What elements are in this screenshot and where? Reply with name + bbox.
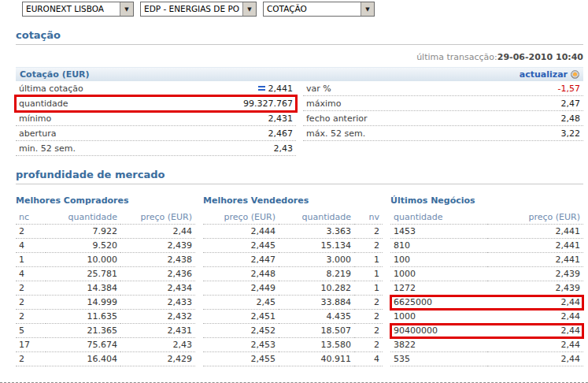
market-select-value: EURONEXT LISBOA — [23, 2, 120, 16]
table-cell: 2,44 — [487, 324, 584, 338]
table-cell: 2 — [354, 296, 383, 310]
quote-field-label: abertura — [19, 128, 57, 139]
table-row: 66250002,44 — [390, 296, 583, 310]
sellers-table-title: Melhores Vendedores — [203, 195, 383, 206]
table-row: 1002,441 — [390, 253, 583, 267]
quote-field-value: 99.327.767 — [243, 99, 293, 109]
quote-fields-left: última cotação2,441quantidade99.327.767m… — [16, 81, 296, 156]
table-cell: 4 — [354, 352, 383, 366]
table-cell: 2 — [16, 281, 46, 296]
refresh-area: actualizar — [520, 69, 579, 80]
quote-field-row: máximo2,47 — [303, 96, 583, 111]
table-row: 2,4533.8842 — [203, 296, 383, 310]
table-cell: 2,455 — [203, 352, 279, 366]
quote-field-row: var %-1,57 — [303, 81, 583, 96]
table-cell: 2,439 — [120, 239, 195, 253]
table-cell: 2,439 — [487, 267, 584, 281]
selector-toolbar: EURONEXT LISBOA ▼ EDP - ENERGIAS DE PO ▼… — [0, 0, 588, 17]
table-row: 425.7812,436 — [16, 267, 195, 281]
dropdown-arrow-icon[interactable]: ▼ — [361, 2, 374, 16]
column-header: quantidade — [279, 210, 354, 225]
table-cell: 2,436 — [120, 267, 195, 281]
column-header: nc — [16, 210, 46, 225]
quote-field-value: 2,431 — [268, 113, 294, 124]
refresh-icon[interactable] — [571, 70, 579, 79]
table-row: 214.3842,434 — [16, 281, 195, 296]
quote-field-row: última cotação2,441 — [16, 81, 296, 96]
table-cell: 2,44 — [487, 310, 584, 324]
table-cell: 11.635 — [46, 310, 120, 324]
table-cell: 10.282 — [279, 281, 354, 296]
table-row: 2,4514.4352 — [203, 310, 383, 324]
quote-field-label: min. 52 sem. — [19, 143, 76, 154]
quote-field-row: mínimo2,431 — [16, 111, 296, 126]
table-cell: 535 — [390, 352, 487, 366]
quote-field-value: 3,22 — [561, 128, 581, 139]
trades-table-title: Últimos Negócios — [390, 195, 583, 206]
table-row: 10002,439 — [390, 267, 583, 281]
table-cell: 2,441 — [487, 239, 584, 253]
table-row: 211.6352,432 — [16, 310, 195, 324]
column-header: preço (EUR) — [487, 210, 584, 225]
table-cell: 13.580 — [279, 338, 354, 352]
table-cell: 10.000 — [46, 253, 120, 267]
table-cell: 2 — [16, 352, 46, 366]
market-depth: Melhores Compradores nc quantidade preço… — [16, 195, 583, 366]
table-cell: 2,448 — [203, 267, 279, 281]
table-row: 1775.6742,43 — [16, 338, 195, 352]
table-cell: 3822 — [390, 338, 487, 352]
table-cell: 2,45 — [203, 296, 279, 310]
quote-field-value: 2,467 — [268, 128, 294, 139]
quote-field-label: quantidade — [19, 99, 68, 109]
table-cell: 2 — [354, 310, 383, 324]
quote-field-row: máx. 52 sem.3,22 — [303, 126, 583, 141]
table-cell: 1 — [354, 267, 383, 281]
buyers-table-title: Melhores Compradores — [16, 195, 195, 206]
table-cell: 17 — [16, 338, 46, 352]
table-cell: 2,441 — [487, 253, 584, 267]
table-cell: 2,451 — [203, 310, 279, 324]
quote-field-label: var % — [306, 84, 331, 94]
quote-page: EURONEXT LISBOA ▼ EDP - ENERGIAS DE PO ▼… — [0, 0, 588, 383]
table-row: 2,44515.1342 — [203, 239, 383, 253]
quote-fields-grid: última cotação2,441quantidade99.327.767m… — [16, 81, 583, 156]
table-row: 2,4488.2191 — [203, 267, 383, 281]
table-row: 216.4042,429 — [16, 352, 195, 366]
table-cell: 2 — [354, 338, 383, 352]
table-cell: 5 — [16, 324, 46, 338]
table-row: 27.9222,44 — [16, 225, 195, 239]
last-transaction-label: última transacção: — [416, 52, 497, 62]
table-cell: 1000 — [390, 267, 487, 281]
market-select[interactable]: EURONEXT LISBOA ▼ — [22, 2, 134, 17]
table-cell: 2 — [354, 324, 383, 338]
dropdown-arrow-icon[interactable]: ▼ — [120, 2, 133, 16]
refresh-link[interactable]: actualizar — [520, 69, 568, 80]
table-cell: 1272 — [390, 281, 487, 296]
security-select[interactable]: EDP - ENERGIAS DE PO ▼ — [140, 2, 257, 17]
quote-panel-header: Cotação (EUR) actualizar — [16, 67, 583, 81]
table-cell: 8.219 — [279, 267, 354, 281]
table-cell: 18.507 — [279, 324, 354, 338]
table-cell: 810 — [390, 239, 487, 253]
table-cell: 2,447 — [203, 253, 279, 267]
quote-field-value: 2,441 — [258, 84, 294, 94]
column-header: preço (EUR) — [120, 210, 195, 225]
dropdown-arrow-icon[interactable]: ▼ — [242, 2, 256, 16]
sellers-header-row: preço (EUR) quantidade nv — [203, 210, 383, 225]
table-cell: 9.520 — [46, 239, 120, 253]
quote-field-label: fecho anterior — [306, 113, 368, 124]
security-select-value: EDP - ENERGIAS DE PO — [141, 2, 242, 16]
table-row: 49.5202,439 — [16, 239, 195, 253]
column-header: quantidade — [46, 210, 120, 225]
table-cell: 2,441 — [487, 225, 584, 239]
table-row: 2,45218.5072 — [203, 324, 383, 338]
table-row: 2,45313.5802 — [203, 338, 383, 352]
quote-fields-right: var %-1,57máximo2,47fecho anterior2,48má… — [303, 81, 583, 156]
table-cell: 2,444 — [203, 225, 279, 239]
table-cell: 1 — [354, 253, 383, 267]
table-cell: 75.674 — [46, 338, 120, 352]
table-cell: 40.911 — [279, 352, 354, 366]
table-cell: 2,44 — [487, 338, 584, 352]
quote-field-label: mínimo — [19, 113, 51, 124]
view-select[interactable]: COTAÇÃO ▼ — [263, 2, 375, 17]
